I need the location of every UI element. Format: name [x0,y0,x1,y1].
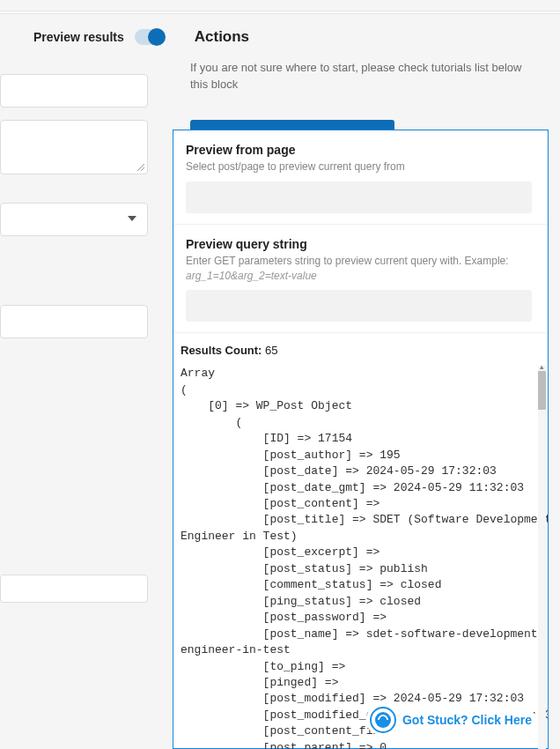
preview-query-string-section: Preview query string Enter GET parameter… [173,225,548,334]
results-count-label: Results Count: [181,344,262,357]
left-input-3[interactable] [0,575,148,603]
results-scrollbar[interactable]: ▴ [538,366,546,749]
preview-from-page-subtitle: Select post/page to preview current quer… [186,159,532,174]
left-input-2[interactable] [0,305,148,338]
preview-from-page-input[interactable] [186,182,532,213]
help-bubble[interactable]: Got Stuck? Click Here [366,705,535,735]
help-bubble-text: Got Stuck? Click Here [402,713,532,727]
left-select[interactable] [0,203,148,236]
results-count-value: 65 [265,344,277,357]
preview-from-page-section: Preview from page Select post/page to pr… [173,130,548,225]
left-column [0,69,150,603]
scrollbar-thumb[interactable] [538,371,546,410]
preview-results-label: Preview results [33,30,124,44]
results-code-wrap: Array ( [0] => WP_Post Object ( [ID] => … [181,366,548,749]
preview-panel: Preview from page Select post/page to pr… [173,130,549,749]
query-string-example: arg_1=10&arg_2=text-value [186,270,317,282]
results-code: Array ( [0] => WP_Post Object ( [ID] => … [181,366,548,749]
preview-results-toggle[interactable] [135,29,165,45]
preview-query-string-title: Preview query string [186,237,532,251]
query-string-subtitle-text: Enter GET parameters string to preview c… [186,255,509,267]
results-section: Results Count: 65 Array ( [0] => WP_Post… [173,333,548,749]
preview-query-string-input[interactable] [186,290,532,322]
left-input-1[interactable] [0,74,148,108]
left-textarea[interactable] [0,120,148,174]
svg-line-1 [141,167,144,171]
header-row: Preview results Actions [0,14,560,55]
help-robot-icon [370,707,396,733]
actions-title: Actions [195,28,249,46]
preview-from-page-title: Preview from page [186,143,532,157]
svg-line-0 [137,164,144,171]
preview-query-string-subtitle: Enter GET parameters string to preview c… [186,254,532,284]
toggle-knob [148,28,166,46]
results-count-line: Results Count: 65 [181,344,548,357]
actions-help-text: If you are not sure where to start, plea… [190,60,542,93]
